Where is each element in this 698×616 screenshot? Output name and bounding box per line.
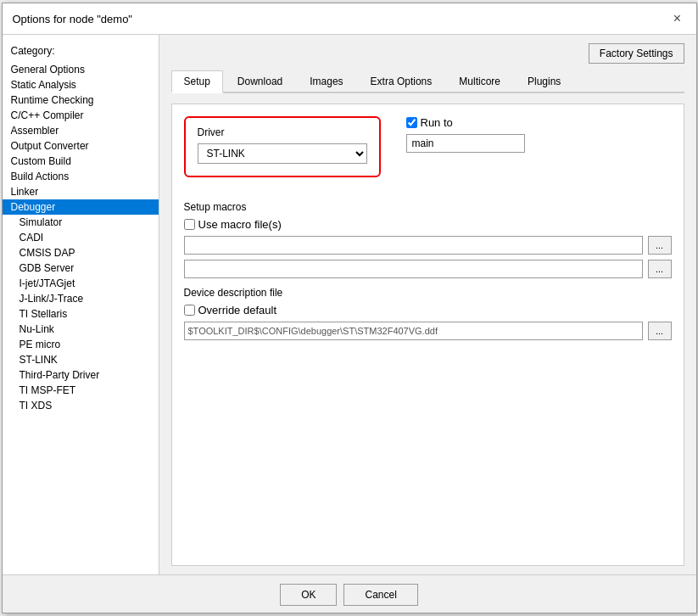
tab-setup[interactable]: Setup	[171, 70, 223, 93]
device-description-title: Device description file	[184, 287, 672, 299]
driver-label: Driver	[198, 126, 367, 138]
macro-row-1: ...	[184, 236, 672, 255]
tab-download[interactable]: Download	[225, 70, 295, 92]
use-macro-label: Use macro file(s)	[198, 218, 282, 231]
sidebar-item-gdb-server[interactable]: GDB Server	[3, 260, 159, 276]
sidebar-item-ti-msp-fet[interactable]: TI MSP-FET	[3, 383, 159, 398]
run-to-checkbox-row: Run to	[406, 116, 525, 129]
sidebar-item-st-link[interactable]: ST-LINK	[3, 352, 159, 367]
content-area: Driver ST-LINK Simulator CADI CMSIS DAP …	[171, 104, 684, 566]
sidebar-item-output-converter[interactable]: Output Converter	[3, 138, 159, 154]
sidebar-item-third-party-driver[interactable]: Third-Party Driver	[3, 367, 159, 383]
setup-macros-section: Setup macros Use macro file(s) ... ...	[184, 201, 672, 278]
sidebar-item-pe-micro[interactable]: PE micro	[3, 337, 159, 352]
macro-row-2: ...	[184, 260, 672, 278]
ok-button[interactable]: OK	[280, 584, 337, 606]
left-panel: Category: General Options Static Analysi…	[3, 35, 159, 574]
close-button[interactable]: ×	[669, 10, 686, 27]
override-default-label: Override default	[198, 304, 277, 316]
override-default-checkbox[interactable]	[184, 305, 195, 316]
tab-extra-options[interactable]: Extra Options	[358, 70, 445, 92]
sidebar-item-nu-link[interactable]: Nu-Link	[3, 322, 159, 337]
sidebar-item-static-analysis[interactable]: Static Analysis	[3, 77, 159, 92]
tab-plugins[interactable]: Plugins	[515, 70, 573, 92]
sidebar-item-cmsis-dap[interactable]: CMSIS DAP	[3, 245, 159, 260]
device-path-row: ...	[184, 322, 672, 340]
macro-browse-btn-2[interactable]: ...	[648, 260, 672, 278]
run-to-label: Run to	[421, 116, 453, 129]
run-to-input[interactable]	[406, 134, 525, 153]
run-to-section: Run to	[406, 116, 525, 153]
driver-select[interactable]: ST-LINK Simulator CADI CMSIS DAP GDB Ser…	[198, 143, 367, 164]
sidebar-item-assembler[interactable]: Assembler	[3, 123, 159, 138]
sidebar-item-runtime-checking[interactable]: Runtime Checking	[3, 92, 159, 108]
use-macro-checkbox[interactable]	[184, 219, 195, 230]
tab-multicore[interactable]: Multicore	[446, 70, 513, 92]
factory-btn-row: Factory Settings	[171, 43, 684, 64]
sidebar-item-cadi[interactable]: CADI	[3, 230, 159, 245]
device-browse-btn[interactable]: ...	[648, 322, 672, 340]
sidebar-item-general-options[interactable]: General Options	[3, 62, 159, 77]
macro-browse-btn-1[interactable]: ...	[648, 236, 672, 255]
sidebar-item-ti-stellaris[interactable]: TI Stellaris	[3, 306, 159, 322]
sidebar-item-custom-build[interactable]: Custom Build	[3, 154, 159, 169]
sidebar-item-j-link[interactable]: J-Link/J-Trace	[3, 291, 159, 306]
setup-macros-title: Setup macros	[184, 201, 672, 213]
macro-input-1[interactable]	[184, 236, 643, 255]
tab-images[interactable]: Images	[297, 70, 355, 92]
device-section: Device description file Override default…	[184, 287, 672, 340]
override-default-row: Override default	[184, 304, 672, 316]
driver-runto-row: Driver ST-LINK Simulator CADI CMSIS DAP …	[184, 116, 672, 189]
sidebar-item-debugger[interactable]: Debugger	[3, 199, 159, 215]
device-path-input[interactable]	[184, 322, 643, 340]
bottom-bar: OK Cancel	[3, 574, 696, 613]
macro-input-2[interactable]	[184, 260, 643, 278]
use-macro-checkbox-row: Use macro file(s)	[184, 218, 672, 231]
sidebar-item-simulator[interactable]: Simulator	[3, 215, 159, 230]
category-label: Category:	[3, 42, 159, 62]
dialog: Options for node "demo" × Category: Gene…	[2, 3, 697, 613]
right-panel: Factory Settings Setup Download Images E…	[159, 35, 696, 574]
sidebar-item-i-jet[interactable]: I-jet/JTAGjet	[3, 276, 159, 291]
driver-section: Driver ST-LINK Simulator CADI CMSIS DAP …	[184, 116, 381, 177]
sidebar-item-ti-xds[interactable]: TI XDS	[3, 398, 159, 413]
factory-settings-button[interactable]: Factory Settings	[589, 43, 684, 64]
tabs-row: Setup Download Images Extra Options Mult…	[171, 70, 684, 93]
sidebar-item-build-actions[interactable]: Build Actions	[3, 169, 159, 184]
sidebar-item-c-cpp-compiler[interactable]: C/C++ Compiler	[3, 108, 159, 123]
sidebar-item-linker[interactable]: Linker	[3, 184, 159, 199]
dialog-body: Category: General Options Static Analysi…	[3, 35, 696, 574]
cancel-button[interactable]: Cancel	[343, 584, 417, 606]
title-bar: Options for node "demo" ×	[3, 3, 696, 35]
dialog-title: Options for node "demo"	[13, 13, 132, 25]
run-to-checkbox[interactable]	[406, 117, 417, 128]
